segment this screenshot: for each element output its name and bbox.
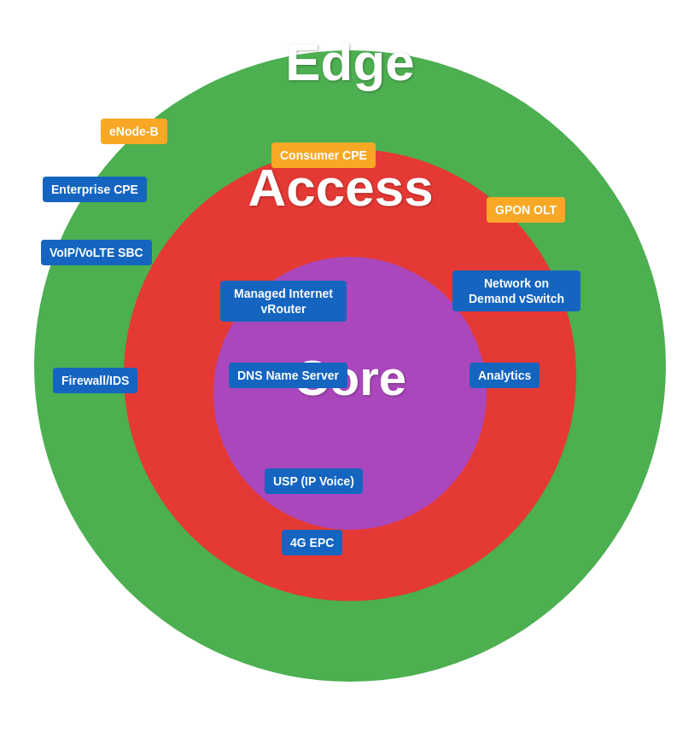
badge-dns-name-server: DNS Name Server xyxy=(229,363,347,388)
diagram-container: Edge Access Core eNode-B Consumer CPE En… xyxy=(17,16,683,716)
badge-enode-b: eNode-B xyxy=(101,119,167,144)
badge-network-demand: Network onDemand vSwitch xyxy=(452,270,580,311)
badge-gpon-olt: GPON OLT xyxy=(487,197,565,223)
badge-managed-internet: Managed InternetvRouter xyxy=(220,281,347,322)
badge-enterprise-cpe: Enterprise CPE xyxy=(43,177,147,202)
badge-usp-ip-voice: USP (IP Voice) xyxy=(265,468,363,494)
badge-consumer-cpe: Consumer CPE xyxy=(271,142,376,168)
badge-analytics: Analytics xyxy=(470,363,540,388)
badge-4g-epc: 4G EPC xyxy=(282,530,342,555)
badge-firewall-ids: Firewall/IDS xyxy=(53,368,137,393)
badge-voip-sbc: VoIP/VoLTE SBC xyxy=(41,240,152,265)
edge-label: Edge xyxy=(285,32,415,92)
